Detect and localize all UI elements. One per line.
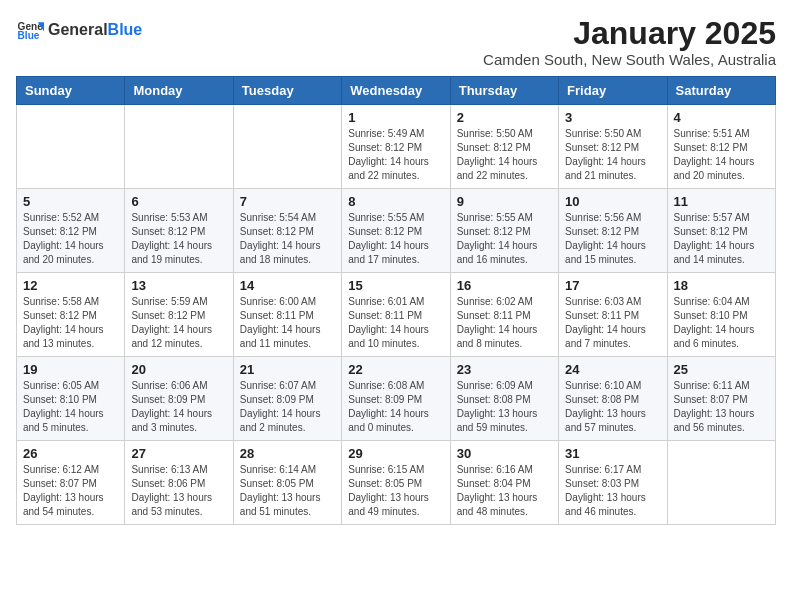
calendar-cell: 4Sunrise: 5:51 AM Sunset: 8:12 PM Daylig… (667, 105, 775, 189)
day-info: Sunrise: 5:52 AM Sunset: 8:12 PM Dayligh… (23, 211, 118, 267)
day-number: 5 (23, 194, 118, 209)
day-info: Sunrise: 6:13 AM Sunset: 8:06 PM Dayligh… (131, 463, 226, 519)
day-number: 23 (457, 362, 552, 377)
calendar-cell: 30Sunrise: 6:16 AM Sunset: 8:04 PM Dayli… (450, 441, 558, 525)
day-number: 22 (348, 362, 443, 377)
day-number: 2 (457, 110, 552, 125)
day-info: Sunrise: 6:10 AM Sunset: 8:08 PM Dayligh… (565, 379, 660, 435)
day-info: Sunrise: 5:55 AM Sunset: 8:12 PM Dayligh… (348, 211, 443, 267)
day-number: 28 (240, 446, 335, 461)
day-number: 15 (348, 278, 443, 293)
day-info: Sunrise: 5:54 AM Sunset: 8:12 PM Dayligh… (240, 211, 335, 267)
calendar-cell: 16Sunrise: 6:02 AM Sunset: 8:11 PM Dayli… (450, 273, 558, 357)
calendar-cell: 20Sunrise: 6:06 AM Sunset: 8:09 PM Dayli… (125, 357, 233, 441)
calendar-cell: 2Sunrise: 5:50 AM Sunset: 8:12 PM Daylig… (450, 105, 558, 189)
day-number: 1 (348, 110, 443, 125)
weekday-header-wednesday: Wednesday (342, 77, 450, 105)
day-number: 27 (131, 446, 226, 461)
month-title: January 2025 (483, 16, 776, 51)
day-number: 4 (674, 110, 769, 125)
day-number: 6 (131, 194, 226, 209)
day-number: 9 (457, 194, 552, 209)
weekday-header-friday: Friday (559, 77, 667, 105)
calendar-cell (667, 441, 775, 525)
day-number: 31 (565, 446, 660, 461)
day-info: Sunrise: 5:58 AM Sunset: 8:12 PM Dayligh… (23, 295, 118, 351)
day-info: Sunrise: 6:06 AM Sunset: 8:09 PM Dayligh… (131, 379, 226, 435)
day-info: Sunrise: 6:16 AM Sunset: 8:04 PM Dayligh… (457, 463, 552, 519)
day-number: 3 (565, 110, 660, 125)
calendar-cell: 14Sunrise: 6:00 AM Sunset: 8:11 PM Dayli… (233, 273, 341, 357)
calendar-cell: 8Sunrise: 5:55 AM Sunset: 8:12 PM Daylig… (342, 189, 450, 273)
day-info: Sunrise: 5:51 AM Sunset: 8:12 PM Dayligh… (674, 127, 769, 183)
day-number: 29 (348, 446, 443, 461)
logo-general: General (48, 21, 108, 38)
day-info: Sunrise: 6:02 AM Sunset: 8:11 PM Dayligh… (457, 295, 552, 351)
calendar-cell: 9Sunrise: 5:55 AM Sunset: 8:12 PM Daylig… (450, 189, 558, 273)
calendar-cell: 29Sunrise: 6:15 AM Sunset: 8:05 PM Dayli… (342, 441, 450, 525)
calendar-week-row: 1Sunrise: 5:49 AM Sunset: 8:12 PM Daylig… (17, 105, 776, 189)
calendar-cell: 1Sunrise: 5:49 AM Sunset: 8:12 PM Daylig… (342, 105, 450, 189)
day-number: 12 (23, 278, 118, 293)
calendar-cell: 6Sunrise: 5:53 AM Sunset: 8:12 PM Daylig… (125, 189, 233, 273)
day-number: 8 (348, 194, 443, 209)
weekday-header-sunday: Sunday (17, 77, 125, 105)
day-info: Sunrise: 5:49 AM Sunset: 8:12 PM Dayligh… (348, 127, 443, 183)
weekday-header-row: SundayMondayTuesdayWednesdayThursdayFrid… (17, 77, 776, 105)
calendar-cell: 7Sunrise: 5:54 AM Sunset: 8:12 PM Daylig… (233, 189, 341, 273)
day-info: Sunrise: 6:17 AM Sunset: 8:03 PM Dayligh… (565, 463, 660, 519)
day-number: 25 (674, 362, 769, 377)
logo-icon: General Blue (16, 16, 44, 44)
calendar-cell: 27Sunrise: 6:13 AM Sunset: 8:06 PM Dayli… (125, 441, 233, 525)
day-number: 7 (240, 194, 335, 209)
title-block: January 2025 Camden South, New South Wal… (483, 16, 776, 68)
day-info: Sunrise: 5:53 AM Sunset: 8:12 PM Dayligh… (131, 211, 226, 267)
day-number: 11 (674, 194, 769, 209)
calendar-cell: 3Sunrise: 5:50 AM Sunset: 8:12 PM Daylig… (559, 105, 667, 189)
day-info: Sunrise: 5:57 AM Sunset: 8:12 PM Dayligh… (674, 211, 769, 267)
day-number: 13 (131, 278, 226, 293)
calendar-week-row: 5Sunrise: 5:52 AM Sunset: 8:12 PM Daylig… (17, 189, 776, 273)
day-info: Sunrise: 6:00 AM Sunset: 8:11 PM Dayligh… (240, 295, 335, 351)
calendar-cell (233, 105, 341, 189)
location-title: Camden South, New South Wales, Australia (483, 51, 776, 68)
day-info: Sunrise: 5:55 AM Sunset: 8:12 PM Dayligh… (457, 211, 552, 267)
weekday-header-saturday: Saturday (667, 77, 775, 105)
day-info: Sunrise: 6:07 AM Sunset: 8:09 PM Dayligh… (240, 379, 335, 435)
day-number: 18 (674, 278, 769, 293)
day-number: 26 (23, 446, 118, 461)
calendar-cell: 24Sunrise: 6:10 AM Sunset: 8:08 PM Dayli… (559, 357, 667, 441)
calendar-week-row: 19Sunrise: 6:05 AM Sunset: 8:10 PM Dayli… (17, 357, 776, 441)
day-number: 24 (565, 362, 660, 377)
day-info: Sunrise: 5:59 AM Sunset: 8:12 PM Dayligh… (131, 295, 226, 351)
calendar-cell: 26Sunrise: 6:12 AM Sunset: 8:07 PM Dayli… (17, 441, 125, 525)
logo-blue: Blue (108, 21, 143, 38)
page-header: General Blue GeneralBlue January 2025 Ca… (16, 16, 776, 68)
weekday-header-monday: Monday (125, 77, 233, 105)
calendar-cell: 13Sunrise: 5:59 AM Sunset: 8:12 PM Dayli… (125, 273, 233, 357)
day-number: 10 (565, 194, 660, 209)
day-number: 14 (240, 278, 335, 293)
day-info: Sunrise: 6:04 AM Sunset: 8:10 PM Dayligh… (674, 295, 769, 351)
weekday-header-thursday: Thursday (450, 77, 558, 105)
day-number: 19 (23, 362, 118, 377)
calendar-cell: 15Sunrise: 6:01 AM Sunset: 8:11 PM Dayli… (342, 273, 450, 357)
day-number: 17 (565, 278, 660, 293)
calendar-cell: 17Sunrise: 6:03 AM Sunset: 8:11 PM Dayli… (559, 273, 667, 357)
day-number: 20 (131, 362, 226, 377)
logo: General Blue GeneralBlue (16, 16, 142, 44)
day-info: Sunrise: 5:50 AM Sunset: 8:12 PM Dayligh… (565, 127, 660, 183)
svg-text:Blue: Blue (18, 30, 40, 41)
calendar-cell: 25Sunrise: 6:11 AM Sunset: 8:07 PM Dayli… (667, 357, 775, 441)
calendar-week-row: 12Sunrise: 5:58 AM Sunset: 8:12 PM Dayli… (17, 273, 776, 357)
calendar-cell: 31Sunrise: 6:17 AM Sunset: 8:03 PM Dayli… (559, 441, 667, 525)
calendar-cell (125, 105, 233, 189)
calendar-cell: 23Sunrise: 6:09 AM Sunset: 8:08 PM Dayli… (450, 357, 558, 441)
day-number: 21 (240, 362, 335, 377)
day-info: Sunrise: 6:08 AM Sunset: 8:09 PM Dayligh… (348, 379, 443, 435)
calendar-cell: 12Sunrise: 5:58 AM Sunset: 8:12 PM Dayli… (17, 273, 125, 357)
day-info: Sunrise: 6:11 AM Sunset: 8:07 PM Dayligh… (674, 379, 769, 435)
calendar-cell: 19Sunrise: 6:05 AM Sunset: 8:10 PM Dayli… (17, 357, 125, 441)
calendar-cell: 10Sunrise: 5:56 AM Sunset: 8:12 PM Dayli… (559, 189, 667, 273)
day-info: Sunrise: 5:50 AM Sunset: 8:12 PM Dayligh… (457, 127, 552, 183)
